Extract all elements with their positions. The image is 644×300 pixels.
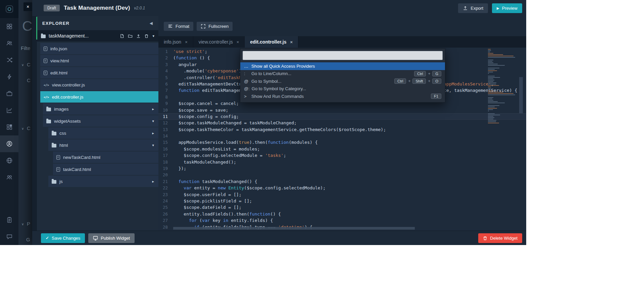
line-number: 3 [158,61,173,68]
tree-folder-row[interactable]: widgetAssets▾ [43,115,158,127]
code-text: $scope.cancel = cancel; [173,100,239,107]
code-text: $scope.dateField = []; [173,204,242,211]
chevron-down-icon[interactable]: ▾ [152,34,154,38]
page-title: Task Management (Dev) [64,5,130,11]
code-line[interactable]: 27 for (var key in entity.fields) { [158,217,526,224]
quick-access-item[interactable]: …Show all Quick Access Providers [240,62,445,70]
profile-icon[interactable] [0,135,18,152]
format-button[interactable]: Format [164,22,193,31]
keycap: G [432,71,441,76]
tree-file-row[interactable]: info.json [40,43,158,54]
tab-close-icon[interactable]: × [237,40,239,45]
code-line[interactable]: 23 $scope.userField = []; [158,191,526,198]
code-line[interactable]: 22 var entity = new Entity($scope.config… [158,185,526,191]
tree-file-row[interactable]: view.html [40,55,158,66]
tree-folder-row[interactable]: js▸ [48,176,158,187]
delete-widget-button[interactable]: Delete Widget [478,233,522,243]
editor-tab[interactable]: edit.controller.js× [245,36,298,48]
publish-widget-button[interactable]: Publish Widget [88,233,135,243]
code-line[interactable]: 15 appModulesService.load(true).then(fun… [158,139,526,145]
trash-icon [483,236,487,240]
code-text: 'use strict'; [173,48,207,55]
quick-access-prefix: @: [244,86,250,91]
tree-folder-row[interactable]: css▸ [48,127,158,139]
code-line[interactable]: 21 function taskModuleChanged() { [158,178,526,185]
line-number: 26 [158,211,173,217]
code-text: $scope.userField = []; [173,191,242,198]
tree-file-row[interactable]: newTaskCard.html [53,152,158,163]
tab-close-icon[interactable]: × [185,40,188,45]
chevron-down-icon[interactable]: ▾ [152,143,158,147]
new-folder-icon[interactable] [128,34,133,38]
users-icon[interactable] [0,35,18,52]
collapse-explorer-icon[interactable]: ◀ [150,21,153,25]
minimap[interactable] [488,48,517,124]
code-line[interactable]: 10 $scope.save = save; [158,107,526,113]
reports-icon[interactable] [0,102,18,119]
line-number: 2 [158,55,173,61]
vertical-scrollbar-thumb[interactable] [519,77,523,113]
code-line[interactable]: 13 $scope.taskThemeColor = taskManagemen… [158,126,526,133]
tab-close-icon[interactable]: × [290,40,293,45]
quick-access-input[interactable] [243,51,443,60]
editor-tab[interactable]: info.json× [158,36,193,48]
chevron-down-icon[interactable]: ▾ [152,119,158,123]
code-line[interactable]: 11 $scope.config = config; [158,113,526,120]
tree-item-label: css [59,131,66,136]
code-line[interactable]: 14 [158,133,526,139]
preview-button[interactable]: ▶ Preview [492,3,522,13]
tree-file-row[interactable]: taskCard.html [53,164,158,175]
tree-folder-row[interactable]: images▸ [43,103,158,115]
code-line[interactable]: 25 $scope.dateField = []; [158,204,526,211]
vertical-scrollbar[interactable] [519,48,523,227]
app-window: C Filte ∨ C C ∨ C ∨ P G × Draft Task Man… [0,0,526,245]
root-folder-row[interactable]: taskManagement... ▾ [37,30,158,42]
flows-icon[interactable] [0,52,18,68]
tree-file-row[interactable]: edit.html [40,67,158,78]
save-changes-button[interactable]: ✓ Save Changes [41,233,85,243]
chevron-right-icon[interactable]: ▸ [152,179,158,184]
tree-folder-row[interactable]: html▾ [48,139,158,151]
code-editor[interactable]: 1'use strict';2(function () {3 angular4 … [158,48,526,231]
trash-icon[interactable] [144,34,149,38]
clipboard-icon[interactable] [0,212,18,228]
tree-file-row[interactable]: </>edit.controller.js [40,91,158,103]
app-logo-icon[interactable] [0,0,18,18]
upload-icon[interactable] [136,34,141,38]
code-line[interactable]: 12 $scope.taskModuleChanged = taskModule… [158,120,526,126]
line-number: 8 [158,94,173,100]
people-icon[interactable] [0,169,18,186]
code-line[interactable]: 17 $scope.config.selectedModule = 'tasks… [158,152,526,159]
code-line[interactable]: 24 $scope.picklistField = []; [158,198,526,204]
modal-footer: ✓ Save Changes Publish Widget Delete Wid… [32,231,526,245]
new-file-icon[interactable] [120,34,124,38]
close-icon[interactable]: × [23,2,32,11]
code-line[interactable]: 18 taskModuleChanged(); [158,159,526,165]
horizontal-scrollbar-thumb[interactable] [173,227,415,230]
code-line[interactable]: 20 [158,172,526,178]
export-button[interactable]: Export [458,3,488,13]
code-line[interactable]: 16 $scope.modulesList = modules; [158,146,526,152]
quick-access-palette: …Show all Quick Access Providers:Go to L… [240,48,445,103]
quick-access-item[interactable]: >Show And Run CommandsF1 [240,93,445,100]
editor-tab[interactable]: view.controller.js× [193,36,245,48]
quick-access-prefix: > [244,94,249,99]
globe-icon[interactable] [0,152,18,169]
file-tree: info.jsonview.htmledit.html</>view.contr… [37,42,158,231]
quick-access-item[interactable]: @:Go to Symbol by Category... [240,85,445,93]
horizontal-scrollbar[interactable] [173,227,479,230]
briefcase-icon[interactable] [0,85,18,102]
code-line[interactable]: 26 entity.loadFields().then(function() { [158,211,526,217]
code-line[interactable]: 19 }); [158,165,526,172]
keycap: F1 [431,94,441,99]
quick-access-item[interactable]: @Go to Symbol...Ctrl+Shift+O [240,77,445,85]
automation-icon[interactable] [0,68,18,85]
chevron-right-icon[interactable]: ▸ [152,131,158,135]
chevron-right-icon[interactable]: ▸ [152,107,158,111]
tree-file-row[interactable]: </>view.controller.js [40,79,158,91]
chat-icon[interactable] [0,228,18,245]
quick-access-item[interactable]: :Go to Line/Column...Ctrl+G [240,70,445,78]
fullscreen-button[interactable]: Fullscreen [197,22,233,31]
grid-icon[interactable] [0,18,18,35]
widgets-icon[interactable] [0,119,18,135]
